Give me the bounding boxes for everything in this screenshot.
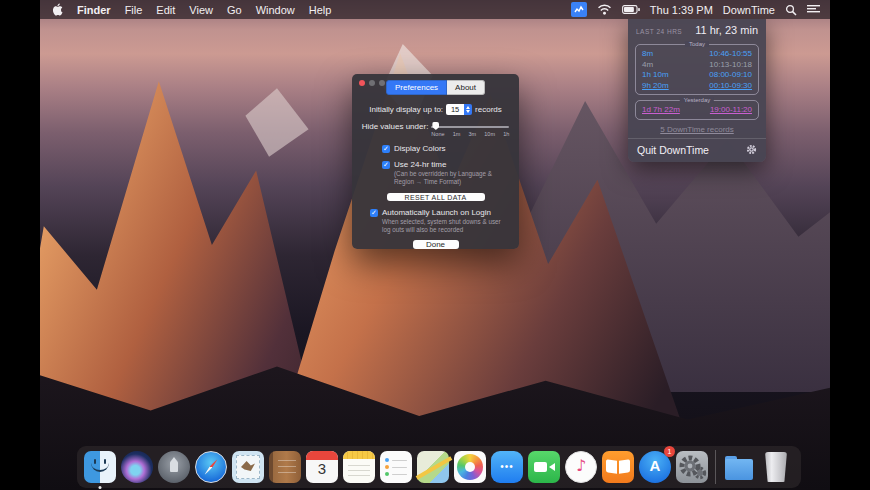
hide-values-label: Hide values under: xyxy=(362,122,429,131)
dock: 3 ••• ♪ A 1 xyxy=(77,446,801,488)
dock-notes[interactable] xyxy=(342,450,376,484)
panel-total-time: 11 hr, 23 min xyxy=(695,24,758,36)
tab-bar: Preferences About xyxy=(386,80,485,95)
tick-3m: 3m xyxy=(469,131,477,137)
record-duration: 8m xyxy=(642,49,653,60)
dock-itunes[interactable]: ♪ xyxy=(564,450,598,484)
app-store-letter: A xyxy=(638,457,672,474)
tick-none: None xyxy=(431,131,444,137)
battery-icon[interactable] xyxy=(622,5,640,14)
menu-item-edit[interactable]: Edit xyxy=(156,4,175,16)
dock-calendar[interactable]: 3 xyxy=(305,450,339,484)
tick-10m: 10m xyxy=(484,131,495,137)
record-row[interactable]: 1h 10m 08:00-09:10 xyxy=(642,70,752,81)
trash-can-icon xyxy=(765,452,787,482)
dock-ibooks[interactable] xyxy=(601,450,635,484)
use-24hr-label: Use 24-hr time xyxy=(394,160,446,169)
dock-facetime[interactable] xyxy=(527,450,561,484)
video-camera-icon xyxy=(534,462,547,472)
tab-preferences[interactable]: Preferences xyxy=(386,80,447,95)
launch-on-login-checkbox[interactable]: ✓ xyxy=(370,209,378,217)
dock-messages[interactable]: ••• xyxy=(490,450,524,484)
tick-1m: 1m xyxy=(453,131,461,137)
close-button[interactable] xyxy=(359,80,365,86)
record-row[interactable]: 1d 7h 22m 19:00-11:20 xyxy=(642,105,752,116)
yesterday-section-title: Yesterday xyxy=(680,97,714,103)
record-duration: 9h 20m xyxy=(642,81,669,92)
menu-item-window[interactable]: Window xyxy=(256,4,295,16)
hide-values-slider[interactable] xyxy=(431,122,509,130)
menu-item-file[interactable]: File xyxy=(125,4,143,16)
records-suffix-label: records xyxy=(475,105,502,114)
notification-center-icon[interactable] xyxy=(807,4,820,15)
dock-siri[interactable] xyxy=(120,450,154,484)
screen: Finder File Edit View Go Window Help xyxy=(0,0,870,490)
use-24hr-note: (Can be overridden by Language & Region … xyxy=(394,170,505,185)
minimize-button[interactable] xyxy=(369,80,375,86)
record-duration: 1d 7h 22m xyxy=(642,105,680,116)
record-range: 00:10-09:30 xyxy=(709,81,752,92)
dock-safari[interactable] xyxy=(194,450,228,484)
menu-bar: Finder File Edit View Go Window Help xyxy=(40,0,830,19)
yesterday-records-box: Yesterday 1d 7h 22m 19:00-11:20 xyxy=(635,100,759,120)
dock-contacts[interactable] xyxy=(268,450,302,484)
menu-item-help[interactable]: Help xyxy=(309,4,332,16)
records-count-value[interactable]: 15 xyxy=(446,104,464,115)
dock-reminders[interactable] xyxy=(379,450,413,484)
launch-on-login-note: When selected, system shut downs & user … xyxy=(382,218,505,233)
tick-1h: 1h xyxy=(503,131,509,137)
quit-downtime-item[interactable]: Quit DownTime xyxy=(637,144,709,156)
apple-icon[interactable] xyxy=(52,3,63,16)
record-duration: 4m xyxy=(642,60,653,71)
downtime-status-icon[interactable] xyxy=(571,2,587,17)
today-records-box: Today 8m 10:46-10:55 4m 10:13-10:18 1h 1… xyxy=(635,44,759,95)
menu-item-view[interactable]: View xyxy=(189,4,213,16)
record-range: 10:13-10:18 xyxy=(709,60,752,71)
slider-tick-labels: None 1m 3m 10m 1h xyxy=(431,131,509,137)
desktop: Finder File Edit View Go Window Help xyxy=(40,0,830,490)
zoom-button[interactable] xyxy=(379,80,385,86)
dock-system-preferences[interactable] xyxy=(675,450,709,484)
menubar-app-title[interactable]: DownTime xyxy=(723,4,775,16)
dock-separator xyxy=(715,450,716,484)
record-row[interactable]: 8m 10:46-10:55 xyxy=(642,49,752,60)
dock-app-store[interactable]: A 1 xyxy=(638,450,672,484)
display-count-label: Initially display up to: xyxy=(369,105,443,114)
today-section-title: Today xyxy=(685,41,709,47)
dock-photos[interactable] xyxy=(453,450,487,484)
display-colors-checkbox[interactable]: ✓ xyxy=(382,145,390,153)
record-row[interactable]: 9h 20m 00:10-09:30 xyxy=(642,81,752,92)
gears-icon xyxy=(675,450,709,484)
clock[interactable]: Thu 1:39 PM xyxy=(650,4,713,16)
record-duration: 1h 10m xyxy=(642,70,669,81)
record-range: 19:00-11:20 xyxy=(710,105,752,116)
dock-finder[interactable] xyxy=(83,450,117,484)
open-book-icon xyxy=(606,459,617,474)
reset-all-data-button[interactable]: RESET ALL DATA xyxy=(387,193,485,201)
gear-icon[interactable] xyxy=(746,144,757,155)
downtime-panel: LAST 24 HRS 11 hr, 23 min Today 8m 10:46… xyxy=(628,19,766,162)
window-controls xyxy=(359,80,385,86)
calendar-day-number: 3 xyxy=(305,460,339,477)
menu-item-finder[interactable]: Finder xyxy=(77,4,111,16)
dock-downloads-folder[interactable] xyxy=(722,450,756,484)
search-icon[interactable] xyxy=(785,4,797,16)
use-24hr-checkbox[interactable]: ✓ xyxy=(382,161,390,169)
dock-mail[interactable] xyxy=(231,450,265,484)
wifi-icon[interactable] xyxy=(597,4,612,15)
record-range: 10:46-10:55 xyxy=(709,49,752,60)
dock-launchpad[interactable] xyxy=(157,450,191,484)
preferences-window: Preferences About Initially display up t… xyxy=(352,74,519,249)
done-button[interactable]: Done xyxy=(413,240,459,249)
tab-about[interactable]: About xyxy=(447,80,485,95)
records-count-link[interactable]: 5 DownTime records xyxy=(628,120,766,138)
record-row[interactable]: 4m 10:13-10:18 xyxy=(642,60,752,71)
menu-item-go[interactable]: Go xyxy=(227,4,242,16)
dock-maps[interactable] xyxy=(416,450,450,484)
records-stepper[interactable]: 15 xyxy=(446,104,472,115)
slider-knob[interactable] xyxy=(432,122,439,130)
dock-trash[interactable] xyxy=(759,450,793,484)
stepper-arrows[interactable] xyxy=(464,104,472,115)
panel-header-label: LAST 24 HRS xyxy=(636,28,682,35)
display-colors-label: Display Colors xyxy=(394,144,446,153)
